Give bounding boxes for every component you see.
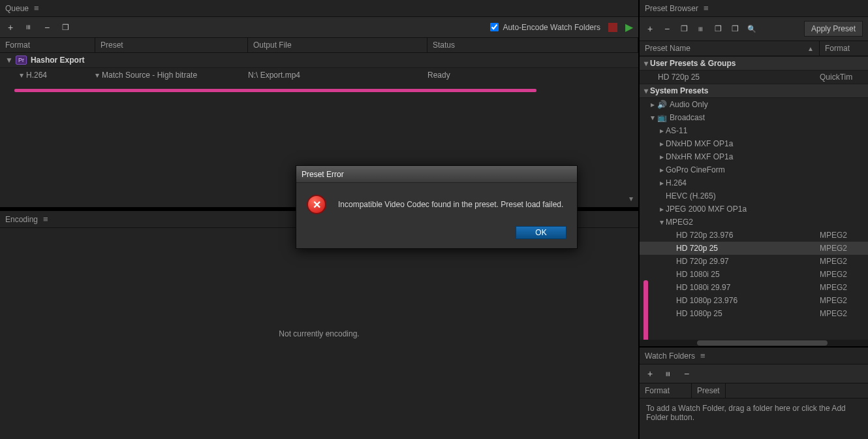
preset-browser-toolbar: Apply Preset <box>640 17 868 41</box>
tree-preset-item[interactable]: HD 720p 25 QuickTim <box>640 71 868 84</box>
tree-group[interactable]: HEVC (H.265) <box>640 189 868 203</box>
remove-folder-button[interactable] <box>681 368 692 379</box>
start-queue-button[interactable]: ▶ <box>625 21 633 33</box>
tree-group-mpeg2[interactable]: ▾MPEG2 <box>640 216 868 229</box>
tree-preset-item[interactable]: HD 1080i 25MPEG2 <box>640 268 868 281</box>
chevron-down-icon: ▾ <box>642 59 650 68</box>
preset-col-headers: Preset Name▲ Format <box>640 41 868 56</box>
preset-format: MPEG2 <box>820 283 865 292</box>
tree-preset-item[interactable]: HD 1080i 29.97MPEG2 <box>640 281 868 294</box>
tree-group[interactable]: ▸DNxHR MXF OP1a <box>640 150 868 163</box>
col-preset-name[interactable]: Preset Name▲ <box>640 41 820 56</box>
ok-button[interactable]: OK <box>516 226 566 239</box>
broadcast-icon: 📺 <box>657 113 667 122</box>
preset-label: HD 1080i 29.97 <box>676 283 820 292</box>
col-status[interactable]: Status <box>427 38 638 52</box>
wf-col-preset[interactable]: Preset <box>692 383 726 398</box>
preset-format: MPEG2 <box>820 244 865 253</box>
panel-menu-icon[interactable] <box>43 214 48 224</box>
remove-button[interactable] <box>42 22 52 33</box>
wf-settings-button[interactable] <box>663 368 674 379</box>
wf-col-format[interactable]: Format <box>640 383 692 398</box>
apply-preset-button[interactable]: Apply Preset <box>804 21 863 37</box>
annotation-highlight-vertical <box>643 280 648 340</box>
preset-format: MPEG2 <box>820 257 865 266</box>
search-icon[interactable] <box>747 24 757 34</box>
tree-preset-item[interactable]: HD 1080p 23.976MPEG2 <box>640 294 868 307</box>
tree-group[interactable]: ▾ 📺 Broadcast <box>640 111 868 124</box>
preset-format: MPEG2 <box>820 231 865 240</box>
dialog-titlebar[interactable]: Preset Error <box>296 166 577 183</box>
error-icon: ✕ <box>307 195 326 214</box>
new-preset-button[interactable] <box>645 24 655 34</box>
col-preset[interactable]: Preset <box>95 38 248 52</box>
queue-item-preset: Match Source - High bitrate <box>102 71 197 80</box>
queue-col-headers: Format Preset Output File Status <box>0 37 638 53</box>
dialog-message: Incompatible Video Codec found in the pr… <box>338 200 563 209</box>
col-format[interactable]: Format <box>0 38 95 52</box>
tree-preset-item[interactable]: HD 720p 29.97MPEG2 <box>640 255 868 268</box>
tree-group[interactable]: ▸DNxHD MXF OP1a <box>640 137 868 150</box>
preset-h-scrollbar[interactable] <box>640 340 868 346</box>
annotation-highlight <box>14 89 536 92</box>
add-source-button[interactable] <box>5 22 16 33</box>
tree-preset-item[interactable]: HD 720p 23.976MPEG2 <box>640 229 868 242</box>
preset-format: MPEG2 <box>820 270 865 279</box>
tree-preset-item[interactable]: HD 720p 25MPEG2 <box>640 242 868 255</box>
chevron-right-icon: ▸ <box>649 100 657 109</box>
encoding-empty-text: Not currently encoding. <box>279 329 359 338</box>
preset-tree[interactable]: ▾ User Presets & Groups HD 720p 25 Quick… <box>640 56 868 340</box>
chevron-right-icon: ▸ <box>658 126 666 135</box>
sort-up-icon: ▲ <box>807 45 814 52</box>
scroll-down-icon[interactable]: ▾ <box>629 194 633 203</box>
tree-group[interactable]: ▸ 🔊 Audio Only <box>640 98 868 111</box>
dropdown-arrow-icon[interactable]: ▾ <box>95 71 99 80</box>
tree-preset-item[interactable]: HD 1080p 25MPEG2 <box>640 307 868 320</box>
col-output[interactable]: Output File <box>248 38 427 52</box>
stop-button[interactable] <box>608 23 617 32</box>
auto-encode-checkbox[interactable]: Auto-Encode Watch Folders <box>490 23 600 32</box>
queue-toolbar: Auto-Encode Watch Folders ▶ <box>0 17 638 37</box>
add-folder-button[interactable] <box>645 368 655 379</box>
tree-section-user[interactable]: ▾ User Presets & Groups <box>640 56 868 71</box>
preset-label: HD 720p 25 <box>676 244 820 253</box>
blank-icon <box>658 191 666 201</box>
duplicate-button[interactable] <box>60 22 70 33</box>
preset-label: HD 1080i 25 <box>676 270 820 279</box>
expand-arrow-icon[interactable]: ▼ <box>5 56 13 65</box>
preset-label: HD 720p 23.976 <box>676 231 820 240</box>
chevron-right-icon: ▸ <box>658 139 666 148</box>
preset-settings-button[interactable] <box>696 24 706 34</box>
tree-section-system[interactable]: ▾ System Presets <box>640 84 868 98</box>
import-preset-button[interactable] <box>713 24 723 34</box>
queue-item-status: Ready <box>427 71 633 80</box>
preset-label: HD 720p 29.97 <box>676 257 820 266</box>
chevron-down-icon: ▾ <box>658 218 666 227</box>
tree-group[interactable]: ▸GoPro CineForm <box>640 163 868 176</box>
queue-job-header[interactable]: ▼ Pr Hashor Export <box>0 53 638 68</box>
preset-label: HD 1080p 25 <box>676 309 820 318</box>
delete-preset-button[interactable] <box>662 24 672 34</box>
panel-menu-icon[interactable] <box>700 351 705 361</box>
new-group-button[interactable] <box>679 24 689 34</box>
scrollbar-thumb[interactable] <box>697 340 828 346</box>
col-preset-format[interactable]: Format <box>820 41 868 56</box>
chevron-down-icon: ▾ <box>642 86 650 95</box>
export-preset-button[interactable] <box>730 24 740 34</box>
dropdown-arrow-icon[interactable]: ▾ <box>20 71 23 80</box>
preset-format: MPEG2 <box>820 296 865 305</box>
watch-folders-toolbar <box>640 365 868 383</box>
preset-browser-title: Preset Browser <box>645 4 698 13</box>
tree-group[interactable]: ▸JPEG 2000 MXF OP1a <box>640 203 868 216</box>
watch-folders-panel: Watch Folders Format Preset To add a Wat… <box>640 346 868 439</box>
queue-item-row[interactable]: ▾H.264 ▾Match Source - High bitrate N:\ … <box>0 68 638 82</box>
tree-group[interactable]: ▸H.264 <box>640 176 868 189</box>
watch-folders-headers: Format Preset <box>640 383 868 398</box>
tree-group[interactable]: ▸AS-11 <box>640 124 868 137</box>
panel-menu-icon[interactable] <box>34 3 39 13</box>
queue-settings-button[interactable] <box>23 22 34 33</box>
preset-format: MPEG2 <box>820 309 865 318</box>
queue-job-name: Hashor Export <box>31 56 85 65</box>
queue-item-output[interactable]: N:\ Export.mp4 <box>248 71 427 80</box>
panel-menu-icon[interactable] <box>704 3 709 13</box>
